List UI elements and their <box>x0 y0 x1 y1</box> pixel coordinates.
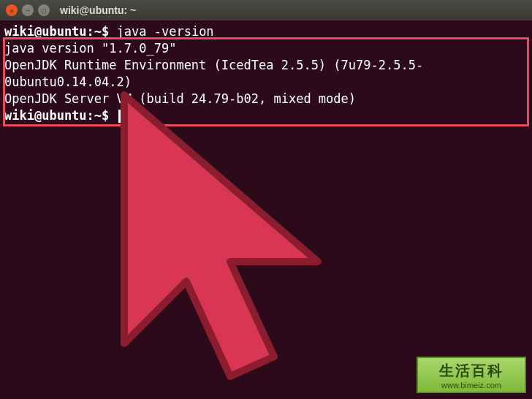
command-line: wiki@ubuntu:~$ java -version <box>4 23 528 40</box>
watermark-badge: 生活百科 www.bimeiz.com <box>417 357 526 393</box>
shell-prompt: wiki@ubuntu:~$ <box>4 24 109 39</box>
typed-command: java -version <box>117 24 214 39</box>
output-line: OpenJDK Runtime Environment (IcedTea 2.5… <box>4 57 528 91</box>
window-titlebar: ✕ − ▢ wiki@ubuntu: ~ <box>0 0 532 20</box>
window-title: wiki@ubuntu: ~ <box>60 4 136 16</box>
maximize-icon[interactable]: ▢ <box>38 4 50 16</box>
watermark-url: www.bimeiz.com <box>441 381 501 390</box>
watermark-text: 生活百科 <box>439 361 503 381</box>
close-icon[interactable]: ✕ <box>6 4 18 16</box>
cursor-arrow-icon <box>102 88 365 395</box>
shell-prompt: wiki@ubuntu:~$ <box>4 108 109 123</box>
output-line: java version "1.7.0_79" <box>4 40 528 57</box>
minimize-icon[interactable]: − <box>22 4 34 16</box>
